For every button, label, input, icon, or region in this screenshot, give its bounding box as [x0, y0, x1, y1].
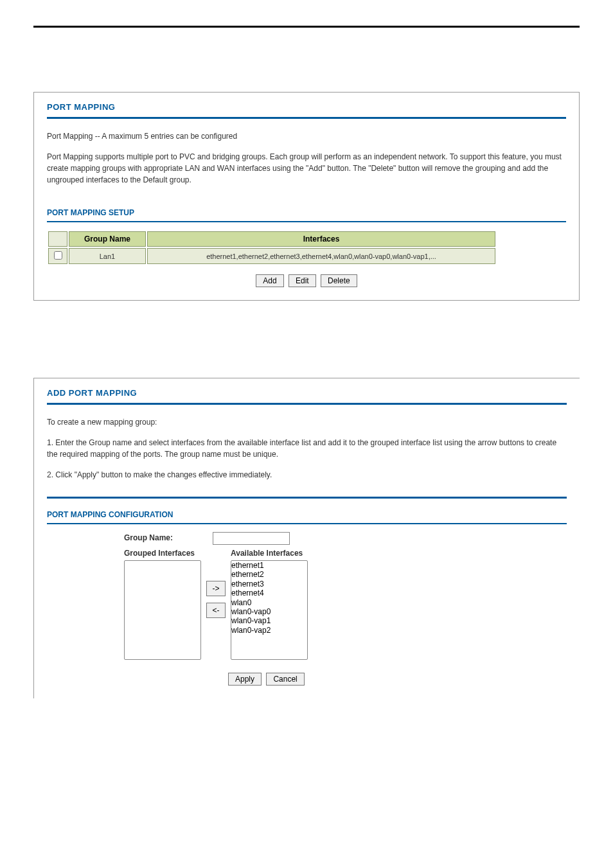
table-header-select [48, 231, 67, 247]
group-name-input[interactable] [213, 532, 290, 545]
cancel-button[interactable]: Cancel [266, 673, 304, 686]
add-mapping-step1: 1. Enter the Group name and select inter… [47, 437, 567, 460]
list-item[interactable]: wlan0-vap0 [231, 607, 307, 616]
delete-button[interactable]: Delete [321, 274, 357, 287]
list-item[interactable]: ethernet1 [231, 561, 307, 570]
divider [47, 221, 566, 222]
group-name-label: Group Name: [124, 533, 211, 542]
port-mapping-intro: Port Mapping -- A maximum 5 entries can … [47, 130, 566, 142]
table-header-group: Group Name [69, 231, 146, 247]
list-item[interactable]: wlan0 [231, 598, 307, 607]
add-mapping-step2: 2. Click "Apply" button to make the chan… [47, 469, 567, 481]
port-mapping-setup-title: PORT MAPPING SETUP [47, 208, 566, 217]
port-mapping-desc: Port Mapping supports multiple port to P… [47, 151, 566, 186]
table-row: Lan1ethernet1,ethernet2,ethernet3,ethern… [48, 248, 495, 264]
page-top-rule [33, 26, 580, 28]
move-left-button[interactable]: <- [206, 603, 226, 618]
row-select-cell [48, 248, 67, 264]
divider [47, 497, 567, 499]
row-select-checkbox[interactable] [54, 251, 62, 260]
table-header-interfaces: Interfaces [147, 231, 495, 247]
add-button[interactable]: Add [256, 274, 283, 287]
available-interfaces-list[interactable]: ethernet1ethernet2ethernet3ethernet4wlan… [231, 560, 308, 660]
port-mapping-config-title: PORT MAPPING CONFIGURATION [47, 510, 567, 519]
add-port-mapping-panel: ADD PORT MAPPING To create a new mapping… [33, 378, 580, 698]
grouped-interfaces-label: Grouped Interfaces [124, 549, 201, 558]
divider [47, 403, 567, 405]
row-group-name: Lan1 [69, 248, 146, 264]
port-mapping-title: PORT MAPPING [47, 102, 566, 117]
add-mapping-intro: To create a new mapping group: [47, 416, 567, 428]
port-mapping-panel: PORT MAPPING Port Mapping -- A maximum 5… [33, 92, 580, 301]
list-item[interactable]: wlan0-vap1 [231, 616, 307, 625]
row-interfaces: ethernet1,ethernet2,ethernet3,ethernet4,… [147, 248, 495, 264]
available-interfaces-label: Available Interfaces [231, 549, 308, 558]
divider [47, 523, 567, 524]
list-item[interactable]: ethernet2 [231, 570, 307, 579]
apply-button[interactable]: Apply [228, 673, 262, 686]
move-right-button[interactable]: -> [206, 581, 226, 596]
port-mapping-table: Group Name Interfaces Lan1ethernet1,ethe… [47, 230, 497, 265]
divider [47, 117, 566, 119]
list-item[interactable]: wlan0-vap2 [231, 626, 307, 635]
list-item[interactable]: ethernet4 [231, 589, 307, 598]
add-port-mapping-title: ADD PORT MAPPING [47, 388, 567, 403]
list-item[interactable]: ethernet3 [231, 580, 307, 589]
grouped-interfaces-list[interactable] [124, 560, 201, 660]
edit-button[interactable]: Edit [289, 274, 316, 287]
